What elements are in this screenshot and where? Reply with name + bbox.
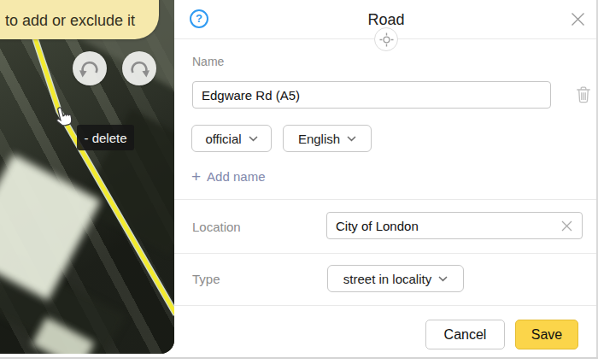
divider bbox=[174, 253, 598, 254]
name-type-value: official bbox=[205, 132, 241, 146]
plus-icon: + bbox=[191, 170, 201, 183]
undo-button[interactable] bbox=[73, 51, 107, 85]
redo-button[interactable] bbox=[122, 51, 156, 85]
road-type-select[interactable]: street in locality bbox=[327, 265, 464, 292]
close-icon[interactable] bbox=[570, 11, 586, 27]
undo-icon bbox=[73, 51, 107, 85]
delete-tooltip-text: - delete bbox=[84, 131, 126, 145]
chevron-down-icon bbox=[249, 136, 258, 142]
redo-icon bbox=[122, 51, 156, 85]
map-hint-tooltip-text: to add or exclude it bbox=[5, 12, 135, 30]
name-label: Name bbox=[192, 55, 224, 68]
clear-location-icon[interactable] bbox=[560, 220, 573, 232]
trash-icon[interactable] bbox=[574, 85, 593, 106]
road-type-value: street in locality bbox=[343, 272, 431, 286]
chevron-down-icon bbox=[438, 276, 448, 282]
cancel-button[interactable]: Cancel bbox=[425, 320, 505, 349]
add-name-link[interactable]: + Add name bbox=[191, 169, 266, 184]
divider bbox=[174, 199, 598, 200]
location-input[interactable] bbox=[326, 212, 583, 239]
map-hint-tooltip: to add or exclude it bbox=[0, 0, 159, 39]
save-button[interactable]: Save bbox=[515, 320, 578, 349]
crosshair-icon bbox=[379, 32, 394, 47]
name-language-value: English bbox=[298, 132, 340, 146]
type-label: Type bbox=[192, 272, 220, 286]
delete-tooltip: - delete bbox=[77, 125, 134, 150]
map-canvas[interactable]: to add or exclude it - delete bbox=[0, 0, 174, 354]
window-bottom-edge bbox=[0, 357, 598, 359]
name-input[interactable] bbox=[192, 81, 551, 109]
divider bbox=[174, 305, 598, 306]
location-label: Location bbox=[192, 220, 241, 234]
map-editor-window: to add or exclude it - delete Road bbox=[0, 0, 598, 364]
name-language-select[interactable]: English bbox=[283, 125, 372, 152]
locate-on-map-button[interactable] bbox=[374, 27, 398, 51]
road-attributes-panel: Road ? Name official bbox=[174, 0, 598, 364]
name-type-select[interactable]: official bbox=[191, 125, 272, 152]
add-name-label: Add name bbox=[207, 169, 265, 184]
help-icon[interactable]: ? bbox=[190, 9, 208, 28]
chevron-down-icon bbox=[347, 136, 356, 142]
